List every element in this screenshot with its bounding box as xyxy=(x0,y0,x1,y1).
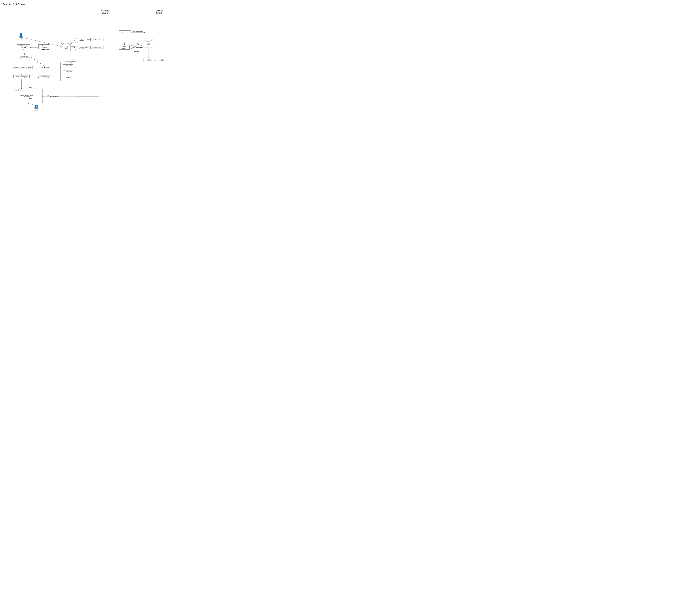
svg-line-33 xyxy=(130,44,144,46)
l2deposited-node: L2DepositedERC20 xyxy=(90,46,104,49)
voice-credits-node: Voice Credits xyxy=(19,55,30,58)
pool-withdrawal2-label: Pool Withdrawal xyxy=(132,47,143,48)
l2-messenger-node: L2_Messenger xyxy=(90,38,104,41)
l2-arrows xyxy=(3,9,112,152)
yield-pool-label: Yield Pool xyxy=(64,46,69,49)
token-holder-icon: 👤 Token Holder xyxy=(19,33,23,40)
pool-withdrawal-label: Pool Withdrawal xyxy=(132,31,143,32)
ovm-deposit-label: OVM Deposit xyxy=(42,48,50,50)
token-gateway-node: Token Gateway xyxy=(119,45,130,50)
vault-b-node: Vault Grant B xyxy=(63,70,73,73)
fees-collected-label: Fees Collected xyxy=(49,96,58,97)
svg-line-15 xyxy=(71,40,75,44)
svg-line-16 xyxy=(71,46,75,48)
l2-label: Optimism Layer 2 xyxy=(101,10,109,14)
grant-registry-node: GrantRegistry xyxy=(39,75,51,78)
l1-diagram: Ethereum Layer 1 L1_Messenger Pool Withd… xyxy=(116,8,166,111)
grant-election-node: GrantElection xyxy=(39,66,51,69)
svg-point-4 xyxy=(61,42,70,44)
yield-strategies-node: Yield Strategies xyxy=(144,58,154,62)
pop-staking-node: POP Staking Contract xyxy=(17,44,30,49)
vault-c-node: Vault Grant C xyxy=(63,76,73,79)
l1-label: Ethereum Layer 1 xyxy=(155,10,163,14)
l1-messenger-node: L1_Messenger xyxy=(119,30,131,33)
treasury-multisig-icon: 👥 Treasury Multisig xyxy=(34,104,39,111)
svg-line-32 xyxy=(125,34,125,45)
pool-deposit-node: Pool Deposit (withdraw To) xyxy=(75,46,87,50)
svg-point-31 xyxy=(144,39,153,40)
pool-withdraw-node: Pool Withdraw (sendMessage) xyxy=(75,38,87,43)
pct-33a: 33% xyxy=(29,86,32,88)
beneficiary-vaults-group: Beneficiary Vaults Vault Grant A Vault G… xyxy=(60,62,90,81)
svg-line-10 xyxy=(30,56,45,67)
rewards-contract-label: RewardsContract xyxy=(13,89,42,92)
rewards-contract-box: RewardsContract Rewards swapped for POP … xyxy=(13,88,43,103)
page-title: Popcorn L1-L2 Diagram xyxy=(3,3,172,5)
pct-33c: 33% xyxy=(29,98,32,100)
beneficiary-nomination-node: BeneficiaryNominationProposal xyxy=(12,66,32,69)
pool-deposit-label: Pool Deposit xyxy=(132,42,141,44)
staking-rewards-node: Staking Rewards xyxy=(38,44,50,49)
l2-diagram: Optimism Layer 2 👤 Token Holder POP Stak… xyxy=(3,8,112,152)
vault-a-node: Vault Grant A xyxy=(63,65,73,67)
yield-generated-node: Yield Generated xyxy=(156,58,166,62)
collect-fees-label: Collect Fees xyxy=(132,51,140,53)
svg-line-8 xyxy=(23,48,25,55)
beneficiary-registry-node: BeneficiaryRegistry xyxy=(13,75,30,78)
l1-yield-pool-label: Yield Pool xyxy=(146,42,151,45)
diagrams-container: Optimism Layer 2 👤 Token Holder POP Stak… xyxy=(3,8,172,152)
rewards-swapped-node: Rewards swapped for POP via uniswap xyxy=(15,94,39,98)
svg-line-11 xyxy=(22,69,22,75)
beneficiary-vaults-label: Beneficiary Vaults xyxy=(65,61,76,62)
